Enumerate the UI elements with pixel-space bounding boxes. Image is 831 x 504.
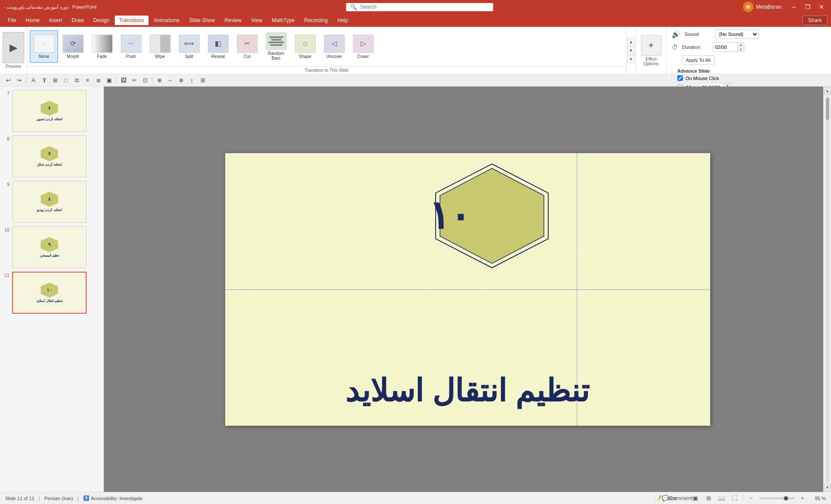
- transition-wipe-label: Wipe: [155, 54, 165, 59]
- slide-panel: 7 ۶ اضافه کردن تصویر 8 ۷ اضافه کردن شکل: [0, 87, 104, 492]
- redo-button[interactable]: ↪: [14, 76, 24, 85]
- scroll-up-arrow[interactable]: ▲: [627, 38, 635, 46]
- transition-push[interactable]: ← Push: [117, 30, 145, 63]
- menu-item-design[interactable]: Design: [89, 16, 113, 25]
- title-right: M MetaBaran . ─ ❐ ✕: [743, 2, 828, 12]
- restore-button[interactable]: ❐: [802, 3, 814, 11]
- transition-reveal[interactable]: ◧ Reveal: [204, 30, 232, 63]
- menu-item-mathtype[interactable]: MathType: [268, 16, 299, 25]
- transition-cut-label: Cut: [244, 54, 251, 59]
- duration-down[interactable]: ▼: [737, 47, 744, 52]
- transition-shape[interactable]: ○ Shape: [291, 30, 319, 63]
- transition-uncover-label: Uncover: [326, 54, 342, 59]
- scroll-more-arrow[interactable]: ▼: [627, 55, 635, 64]
- transition-push-icon: ←: [121, 35, 142, 53]
- hex-container[interactable]: ۱۰: [431, 162, 553, 270]
- zoom-out-button[interactable]: −: [747, 494, 756, 503]
- status-divider-4: [743, 494, 743, 502]
- duration-up[interactable]: ▲: [737, 42, 744, 47]
- transition-cover[interactable]: ▷ Cover: [349, 30, 377, 63]
- more-tool-5[interactable]: ⊞: [198, 76, 207, 85]
- menu-item-home[interactable]: Home: [21, 16, 44, 25]
- menu-item-transitions[interactable]: Transitions: [115, 16, 149, 25]
- menu-item-review[interactable]: Review: [220, 16, 246, 25]
- slide-thumb-8[interactable]: ۷ اضافه کردن شکل: [12, 135, 87, 177]
- transition-wipe[interactable]: Wipe: [146, 30, 174, 63]
- slide-thumb-10[interactable]: ۹ تظیم انیمیشن: [12, 226, 87, 268]
- transition-cut[interactable]: ✂ Cut: [233, 30, 261, 63]
- on-mouse-click-checkbox[interactable]: [677, 75, 683, 81]
- effect-options-icon[interactable]: ✦: [641, 35, 662, 56]
- search-bar[interactable]: 🔍: [346, 3, 493, 11]
- transition-random-bars[interactable]: Random Bars: [262, 30, 290, 63]
- slide-thumb-7[interactable]: ۶ اضافه کردن تصویر: [12, 90, 87, 132]
- normal-view-button[interactable]: ▣: [691, 494, 700, 503]
- menu-item-help[interactable]: Help: [333, 16, 352, 25]
- arrange-tool[interactable]: ⧉: [72, 76, 81, 85]
- close-button[interactable]: ✕: [815, 3, 828, 11]
- align-tool[interactable]: ≣: [94, 76, 103, 85]
- duration-input[interactable]: [713, 43, 737, 51]
- sound-select[interactable]: [No Sound]: [715, 29, 759, 39]
- more-tool-2[interactable]: ↔: [165, 76, 175, 85]
- slide-entry-7[interactable]: 7 ۶ اضافه کردن تصویر: [0, 88, 103, 134]
- title-bar: دوره آموزش مقدماتی پاورپوینت - PowerPoin…: [0, 0, 831, 14]
- slide-thumb-11[interactable]: ۱۰ تنظیم انتقال اسلاید: [12, 272, 87, 314]
- group-tool[interactable]: ⊡: [140, 76, 150, 85]
- apply-to-all-button[interactable]: Apply To All: [682, 55, 715, 65]
- more-tool-3[interactable]: ⊗: [176, 76, 186, 85]
- search-input[interactable]: [360, 4, 489, 10]
- preview-button[interactable]: ▶: [3, 32, 24, 63]
- layout-tool[interactable]: ▣: [104, 76, 114, 85]
- table-tool[interactable]: ⊞: [50, 76, 60, 85]
- shapes-tool[interactable]: □: [61, 76, 71, 85]
- crop-tool[interactable]: ✂: [129, 76, 139, 85]
- menu-item-insert[interactable]: Insert: [45, 16, 66, 25]
- menu-item-draw[interactable]: Draw: [67, 16, 88, 25]
- zoom-slider[interactable]: [760, 498, 794, 499]
- zoom-thumb[interactable]: [784, 496, 788, 501]
- zoom-in-button[interactable]: +: [798, 494, 807, 503]
- format-tool[interactable]: 𝐓: [39, 76, 49, 85]
- transition-fade[interactable]: Fade: [88, 30, 116, 63]
- slide-entry-11[interactable]: 11 ۱۰ تنظیم انتقال اسلاید: [0, 270, 103, 315]
- menu-item-animations[interactable]: Animations: [149, 16, 184, 25]
- transition-split[interactable]: ⟺ Split: [175, 30, 203, 63]
- slide-entry-8[interactable]: 8 ۷ اضافه کردن شکل: [0, 134, 103, 179]
- slideshow-button[interactable]: ⛶: [730, 494, 739, 503]
- scroll-down-arrow[interactable]: ▼: [627, 46, 635, 55]
- reading-view-button[interactable]: 📖: [717, 494, 726, 503]
- ribbon-transitions-section: □ None ⟳ Morph Fade ←: [27, 27, 626, 74]
- slide-canvas[interactable]: ۱۰ تنظیم انتقال اسلاید: [225, 153, 710, 426]
- transition-uncover[interactable]: ◁ Uncover: [320, 30, 348, 63]
- slide-10-hex: ۹: [41, 237, 58, 252]
- more-tool-4[interactable]: ↕: [187, 76, 197, 85]
- image-tool[interactable]: 🖼: [119, 76, 128, 85]
- undo-button[interactable]: ↩: [3, 76, 13, 85]
- canvas-scroll-up[interactable]: ▲: [824, 87, 831, 95]
- comments-button[interactable]: 💬 Comments: [674, 494, 683, 503]
- menu-item-slideshow[interactable]: Slide Show: [184, 16, 219, 25]
- more-tool-1[interactable]: ⊕: [155, 76, 164, 85]
- slide-thumb-9[interactable]: ۸ اضافه کردن ویدیو: [12, 181, 87, 223]
- canvas-scroll-down[interactable]: ▼: [824, 484, 831, 491]
- timing-duration-row: ⏱ Duration: ▲ ▼: [672, 42, 826, 52]
- canvas-scroll-thumb[interactable]: [826, 98, 829, 120]
- slide-entry-9[interactable]: 9 ۸ اضافه کردن ویدیو: [0, 179, 103, 225]
- effect-options-label: Effect Options: [638, 57, 664, 66]
- share-button[interactable]: Share: [802, 16, 828, 25]
- align-left-tool[interactable]: ≡: [83, 76, 92, 85]
- transition-morph[interactable]: ⟳ Morph: [59, 30, 87, 63]
- slide-9-hex: ۸: [41, 192, 58, 207]
- transition-reveal-icon: ◧: [208, 35, 229, 53]
- slide-entry-10[interactable]: 10 ۹ تظیم انیمیشن: [0, 225, 103, 270]
- slide-main-text[interactable]: تنظیم انتقال اسلاید: [234, 374, 702, 408]
- transition-none[interactable]: □ None: [30, 30, 58, 63]
- minimize-button[interactable]: ─: [788, 3, 800, 11]
- text-tool[interactable]: A: [29, 76, 38, 85]
- app-title: PowerPoint: [72, 4, 97, 10]
- menu-item-file[interactable]: File: [3, 16, 20, 25]
- slide-sorter-button[interactable]: ⊞: [704, 494, 713, 503]
- menu-item-view[interactable]: View: [247, 16, 267, 25]
- menu-item-recording[interactable]: Recording: [300, 16, 332, 25]
